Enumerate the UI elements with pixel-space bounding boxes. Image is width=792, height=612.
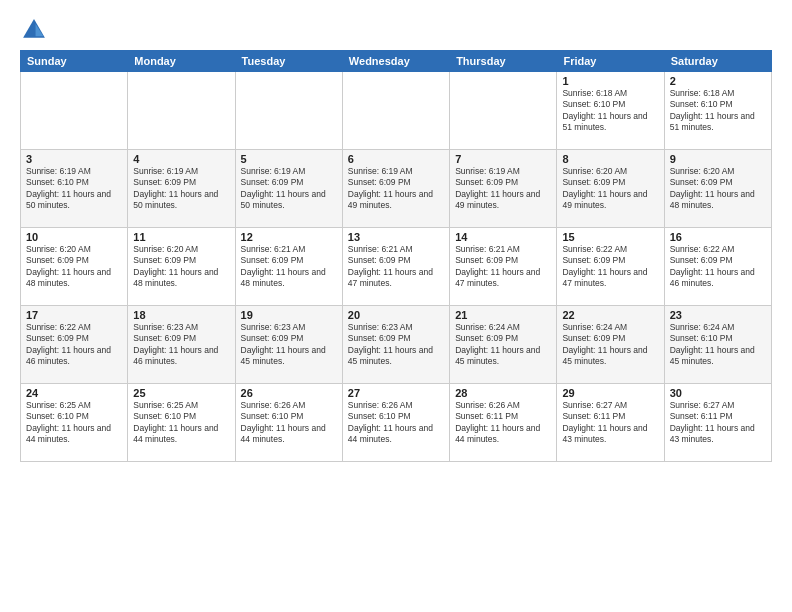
day-info: Sunrise: 6:27 AM Sunset: 6:11 PM Dayligh…: [562, 400, 658, 446]
weekday-wednesday: Wednesday: [342, 51, 449, 72]
calendar-cell: 15Sunrise: 6:22 AM Sunset: 6:09 PM Dayli…: [557, 228, 664, 306]
day-info: Sunrise: 6:23 AM Sunset: 6:09 PM Dayligh…: [348, 322, 444, 368]
day-number: 29: [562, 387, 658, 399]
calendar-cell: 1Sunrise: 6:18 AM Sunset: 6:10 PM Daylig…: [557, 72, 664, 150]
day-number: 19: [241, 309, 337, 321]
calendar-cell: 13Sunrise: 6:21 AM Sunset: 6:09 PM Dayli…: [342, 228, 449, 306]
day-info: Sunrise: 6:24 AM Sunset: 6:10 PM Dayligh…: [670, 322, 766, 368]
logo: [20, 16, 52, 44]
day-info: Sunrise: 6:21 AM Sunset: 6:09 PM Dayligh…: [455, 244, 551, 290]
day-number: 4: [133, 153, 229, 165]
day-number: 6: [348, 153, 444, 165]
calendar-cell: 27Sunrise: 6:26 AM Sunset: 6:10 PM Dayli…: [342, 384, 449, 462]
day-number: 28: [455, 387, 551, 399]
calendar-cell: 2Sunrise: 6:18 AM Sunset: 6:10 PM Daylig…: [664, 72, 771, 150]
calendar-cell: 19Sunrise: 6:23 AM Sunset: 6:09 PM Dayli…: [235, 306, 342, 384]
calendar-cell: 25Sunrise: 6:25 AM Sunset: 6:10 PM Dayli…: [128, 384, 235, 462]
calendar-cell: [235, 72, 342, 150]
weekday-saturday: Saturday: [664, 51, 771, 72]
calendar-cell: 5Sunrise: 6:19 AM Sunset: 6:09 PM Daylig…: [235, 150, 342, 228]
calendar-cell: 21Sunrise: 6:24 AM Sunset: 6:09 PM Dayli…: [450, 306, 557, 384]
calendar: SundayMondayTuesdayWednesdayThursdayFrid…: [20, 50, 772, 462]
weekday-header-row: SundayMondayTuesdayWednesdayThursdayFrid…: [21, 51, 772, 72]
calendar-cell: 18Sunrise: 6:23 AM Sunset: 6:09 PM Dayli…: [128, 306, 235, 384]
day-info: Sunrise: 6:23 AM Sunset: 6:09 PM Dayligh…: [241, 322, 337, 368]
day-info: Sunrise: 6:20 AM Sunset: 6:09 PM Dayligh…: [562, 166, 658, 212]
day-number: 16: [670, 231, 766, 243]
day-info: Sunrise: 6:18 AM Sunset: 6:10 PM Dayligh…: [562, 88, 658, 134]
weekday-thursday: Thursday: [450, 51, 557, 72]
day-info: Sunrise: 6:26 AM Sunset: 6:10 PM Dayligh…: [241, 400, 337, 446]
week-row-4: 17Sunrise: 6:22 AM Sunset: 6:09 PM Dayli…: [21, 306, 772, 384]
calendar-cell: 17Sunrise: 6:22 AM Sunset: 6:09 PM Dayli…: [21, 306, 128, 384]
day-number: 11: [133, 231, 229, 243]
day-number: 17: [26, 309, 122, 321]
weekday-tuesday: Tuesday: [235, 51, 342, 72]
day-number: 1: [562, 75, 658, 87]
day-info: Sunrise: 6:23 AM Sunset: 6:09 PM Dayligh…: [133, 322, 229, 368]
header: [20, 16, 772, 44]
calendar-cell: 24Sunrise: 6:25 AM Sunset: 6:10 PM Dayli…: [21, 384, 128, 462]
calendar-cell: 7Sunrise: 6:19 AM Sunset: 6:09 PM Daylig…: [450, 150, 557, 228]
day-number: 20: [348, 309, 444, 321]
weekday-monday: Monday: [128, 51, 235, 72]
day-info: Sunrise: 6:18 AM Sunset: 6:10 PM Dayligh…: [670, 88, 766, 134]
day-info: Sunrise: 6:19 AM Sunset: 6:09 PM Dayligh…: [455, 166, 551, 212]
calendar-cell: 10Sunrise: 6:20 AM Sunset: 6:09 PM Dayli…: [21, 228, 128, 306]
day-info: Sunrise: 6:19 AM Sunset: 6:09 PM Dayligh…: [348, 166, 444, 212]
day-number: 30: [670, 387, 766, 399]
day-info: Sunrise: 6:22 AM Sunset: 6:09 PM Dayligh…: [26, 322, 122, 368]
page: SundayMondayTuesdayWednesdayThursdayFrid…: [0, 0, 792, 612]
day-info: Sunrise: 6:27 AM Sunset: 6:11 PM Dayligh…: [670, 400, 766, 446]
weekday-sunday: Sunday: [21, 51, 128, 72]
day-number: 21: [455, 309, 551, 321]
day-info: Sunrise: 6:25 AM Sunset: 6:10 PM Dayligh…: [133, 400, 229, 446]
day-info: Sunrise: 6:21 AM Sunset: 6:09 PM Dayligh…: [348, 244, 444, 290]
calendar-cell: [128, 72, 235, 150]
day-number: 3: [26, 153, 122, 165]
calendar-cell: 30Sunrise: 6:27 AM Sunset: 6:11 PM Dayli…: [664, 384, 771, 462]
day-number: 5: [241, 153, 337, 165]
day-info: Sunrise: 6:25 AM Sunset: 6:10 PM Dayligh…: [26, 400, 122, 446]
day-number: 26: [241, 387, 337, 399]
calendar-cell: 8Sunrise: 6:20 AM Sunset: 6:09 PM Daylig…: [557, 150, 664, 228]
day-info: Sunrise: 6:26 AM Sunset: 6:10 PM Dayligh…: [348, 400, 444, 446]
weekday-friday: Friday: [557, 51, 664, 72]
day-info: Sunrise: 6:22 AM Sunset: 6:09 PM Dayligh…: [670, 244, 766, 290]
day-info: Sunrise: 6:22 AM Sunset: 6:09 PM Dayligh…: [562, 244, 658, 290]
day-info: Sunrise: 6:19 AM Sunset: 6:09 PM Dayligh…: [133, 166, 229, 212]
logo-icon: [20, 16, 48, 44]
calendar-cell: 29Sunrise: 6:27 AM Sunset: 6:11 PM Dayli…: [557, 384, 664, 462]
day-number: 10: [26, 231, 122, 243]
day-info: Sunrise: 6:19 AM Sunset: 6:10 PM Dayligh…: [26, 166, 122, 212]
day-number: 18: [133, 309, 229, 321]
week-row-2: 3Sunrise: 6:19 AM Sunset: 6:10 PM Daylig…: [21, 150, 772, 228]
calendar-cell: 22Sunrise: 6:24 AM Sunset: 6:09 PM Dayli…: [557, 306, 664, 384]
calendar-cell: 28Sunrise: 6:26 AM Sunset: 6:11 PM Dayli…: [450, 384, 557, 462]
day-number: 12: [241, 231, 337, 243]
day-info: Sunrise: 6:20 AM Sunset: 6:09 PM Dayligh…: [133, 244, 229, 290]
day-number: 8: [562, 153, 658, 165]
day-number: 7: [455, 153, 551, 165]
calendar-cell: 12Sunrise: 6:21 AM Sunset: 6:09 PM Dayli…: [235, 228, 342, 306]
day-number: 13: [348, 231, 444, 243]
day-info: Sunrise: 6:26 AM Sunset: 6:11 PM Dayligh…: [455, 400, 551, 446]
calendar-cell: 11Sunrise: 6:20 AM Sunset: 6:09 PM Dayli…: [128, 228, 235, 306]
day-number: 2: [670, 75, 766, 87]
day-number: 25: [133, 387, 229, 399]
calendar-cell: 3Sunrise: 6:19 AM Sunset: 6:10 PM Daylig…: [21, 150, 128, 228]
calendar-cell: 6Sunrise: 6:19 AM Sunset: 6:09 PM Daylig…: [342, 150, 449, 228]
calendar-cell: 26Sunrise: 6:26 AM Sunset: 6:10 PM Dayli…: [235, 384, 342, 462]
week-row-3: 10Sunrise: 6:20 AM Sunset: 6:09 PM Dayli…: [21, 228, 772, 306]
calendar-cell: 23Sunrise: 6:24 AM Sunset: 6:10 PM Dayli…: [664, 306, 771, 384]
day-info: Sunrise: 6:24 AM Sunset: 6:09 PM Dayligh…: [455, 322, 551, 368]
day-number: 24: [26, 387, 122, 399]
day-number: 15: [562, 231, 658, 243]
day-number: 14: [455, 231, 551, 243]
day-info: Sunrise: 6:20 AM Sunset: 6:09 PM Dayligh…: [670, 166, 766, 212]
calendar-cell: 4Sunrise: 6:19 AM Sunset: 6:09 PM Daylig…: [128, 150, 235, 228]
calendar-cell: 14Sunrise: 6:21 AM Sunset: 6:09 PM Dayli…: [450, 228, 557, 306]
calendar-cell: 20Sunrise: 6:23 AM Sunset: 6:09 PM Dayli…: [342, 306, 449, 384]
calendar-cell: [342, 72, 449, 150]
day-info: Sunrise: 6:20 AM Sunset: 6:09 PM Dayligh…: [26, 244, 122, 290]
